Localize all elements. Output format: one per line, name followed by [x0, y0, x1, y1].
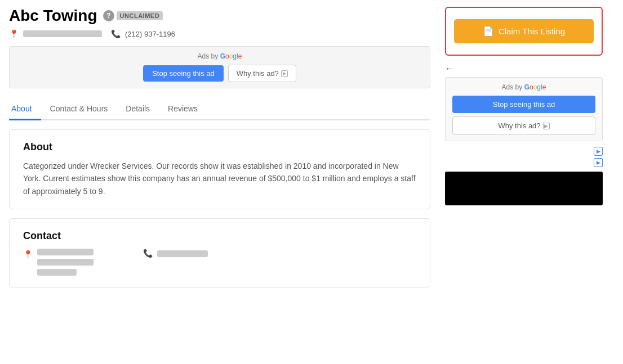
sidebar: 📄 Claim This Listing ← Ads by Google Sto…	[439, 0, 608, 364]
contact-card-title: Contact	[23, 230, 416, 242]
why-ad-label: Why this ad?	[237, 69, 279, 78]
business-header: Abc Towing ? UNCLAIMED	[9, 7, 430, 25]
sidebar-why-ad-label: Why this ad?	[498, 122, 540, 130]
adchoices-small-icon-1: ▶	[594, 147, 603, 156]
ad-label: Ads by Google	[19, 52, 421, 60]
sidebar-why-ad-button[interactable]: Why this ad? ▶	[452, 116, 595, 135]
sidebar-ads-by-text: Ads by	[502, 83, 524, 91]
tab-about[interactable]: About	[9, 98, 41, 120]
sidebar-ad-icon-bottom-1: ▶	[445, 147, 603, 156]
claim-listing-button[interactable]: 📄 Claim This Listing	[454, 19, 594, 43]
contact-card: Contact 📍 📞	[9, 218, 430, 287]
sidebar-ad-label: Ads by Google	[452, 83, 595, 91]
google-G: G	[220, 52, 225, 60]
sidebar-back-button[interactable]: ←	[445, 64, 454, 74]
tabs-bar: About Contact & Hours Details Reviews	[9, 98, 430, 120]
sidebar-google-G: G	[524, 83, 529, 91]
main-content: Abc Towing ? UNCLAIMED 📍 📞 (212) 937-119…	[0, 0, 439, 364]
google-e: e	[238, 52, 242, 60]
ad-banner: Ads by Google Stop seeing this ad Why th…	[9, 46, 430, 88]
sidebar-ad-box: Ads by Google Stop seeing this ad Why th…	[445, 77, 603, 141]
contact-location-icon: 📍	[23, 250, 33, 259]
stop-ad-button[interactable]: Stop seeing this ad	[143, 65, 224, 82]
tab-reviews[interactable]: Reviews	[159, 98, 207, 120]
address-blurred	[23, 30, 102, 37]
about-card-title: About	[23, 141, 416, 153]
ad-buttons: Stop seeing this ad Why this ad? ▶	[19, 65, 421, 82]
claim-box: 📄 Claim This Listing	[445, 7, 603, 56]
sidebar-google-o1: o	[529, 83, 533, 91]
contact-phone-blurred	[157, 250, 208, 257]
ads-by-text: Ads by	[198, 52, 220, 60]
sidebar-ad-black-box	[445, 172, 603, 205]
question-icon[interactable]: ?	[103, 10, 114, 21]
location-icon: 📍	[9, 29, 19, 38]
google-o1: o	[225, 52, 229, 60]
claim-listing-label: Claim This Listing	[499, 26, 565, 36]
contact-address-blurred	[37, 249, 94, 276]
sidebar-google-e: e	[542, 83, 546, 91]
address-row: 📍 📞 (212) 937-1196	[9, 29, 430, 38]
adchoices-small-icon-2: ▶	[594, 158, 603, 167]
sidebar-adchoices-icon: ▶	[543, 123, 550, 129]
sidebar-ad-icon-bottom-2: ▶	[445, 158, 603, 167]
contact-phone-area: 📞	[143, 249, 208, 258]
tab-contact-hours[interactable]: Contact & Hours	[41, 98, 117, 120]
claim-doc-icon: 📄	[483, 26, 494, 37]
sidebar-ad-buttons: Stop seeing this ad Why this ad? ▶	[452, 96, 595, 135]
adchoices-icon: ▶	[281, 70, 288, 77]
tab-details[interactable]: Details	[117, 98, 159, 120]
why-ad-button[interactable]: Why this ad? ▶	[228, 65, 296, 82]
business-title: Abc Towing	[9, 7, 97, 25]
sidebar-stop-ad-button[interactable]: Stop seeing this ad	[452, 96, 595, 113]
about-card: About Categorized under Wrecker Services…	[9, 129, 430, 209]
contact-phone-icon: 📞	[143, 249, 153, 258]
about-card-body: Categorized under Wrecker Services. Our …	[23, 160, 416, 197]
phone-icon: 📞	[111, 29, 121, 38]
contact-address-row: 📍 📞	[23, 249, 416, 276]
phone-number[interactable]: (212) 937-1196	[125, 30, 175, 38]
unclaimed-badge-wrapper: ? UNCLAIMED	[103, 10, 163, 21]
unclaimed-badge: UNCLAIMED	[117, 11, 163, 20]
